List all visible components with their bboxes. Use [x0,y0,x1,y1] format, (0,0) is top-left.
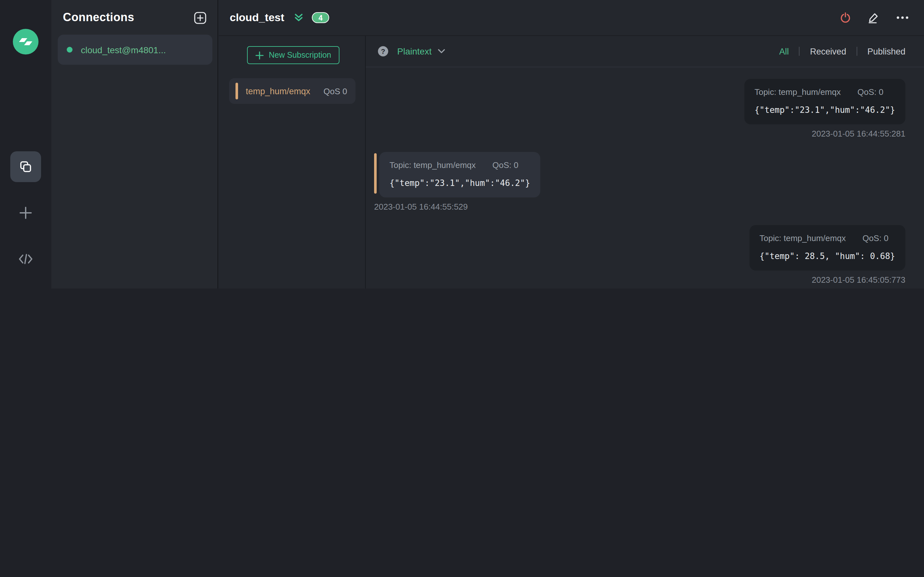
payload-format-help-icon[interactable]: ? [378,46,388,56]
filter-published[interactable]: Published [867,47,905,56]
message-qos: QoS: 0 [863,234,888,243]
mqttx-logo-icon [13,29,39,55]
message-topic: Topic: temp_hum/emqx [389,160,476,170]
new-subscription-label: New Subscription [269,51,331,60]
message-publishd: Topic: temp_hum/emqxQoS: 0 {"temp":"23.1… [374,79,905,139]
filter-divider [856,47,857,56]
code-icon [18,252,33,266]
connection-status-dot [67,47,73,53]
connection-title: cloud_test [230,11,284,24]
nav-connections[interactable] [10,151,41,182]
message-card: Topic: temp_hum/emqxQoS: 0 {"temp":"23.1… [744,79,905,124]
more-options-button[interactable] [897,16,909,19]
connections-panel: Connections cloud_test@m4801... [51,0,218,288]
filter-divider [799,47,800,56]
message-received: Topic: temp_hum/emqxQoS: 0 {"temp":"23.1… [374,152,905,211]
plus-icon [255,51,264,59]
add-connection-button[interactable] [194,11,207,24]
connection-header: cloud_test 4 [219,0,924,36]
message-topic: Topic: temp_hum/emqx [759,234,846,243]
unread-count-badge[interactable]: 4 [312,12,329,23]
message-publishd: Topic: temp_hum/emqxQoS: 0 {"temp": 28.5… [374,225,905,285]
subscription-topic: temp_hum/emqx [246,86,310,96]
messages-panel: ? Plaintext All Received Published [366,36,924,288]
messages-toolbar: ? Plaintext All Received Published [366,36,924,67]
edit-connection-button[interactable] [867,11,880,24]
subscription-qos: QoS 0 [323,86,347,96]
message-payload: {"temp":"23.1","hum":"46.2"} [754,105,895,115]
message-format-value: Plaintext [397,46,431,56]
message-color-bar [374,153,376,193]
plus-square-icon [194,11,207,24]
edit-icon [867,11,880,24]
message-card: Topic: temp_hum/emqxQoS: 0 {"temp":"23.1… [379,152,540,197]
main-area: cloud_test 4 [219,0,924,288]
filter-all[interactable]: All [779,47,789,56]
message-timestamp: 2023-01-05 16:44:55:529 [374,202,905,211]
message-filters: All Received Published [779,47,905,56]
connection-item[interactable]: cloud_test@m4801... [58,35,212,65]
plus-icon [18,205,33,221]
message-qos: QoS: 0 [858,87,884,97]
power-icon [840,12,851,23]
message-qos: QoS: 0 [493,160,519,170]
connection-name: cloud_test@m4801... [81,45,166,55]
message-payload: {"temp": 28.5, "hum": 0.68} [759,251,895,261]
collapse-chevron-icon[interactable] [293,12,304,23]
message-timestamp: 2023-01-05 16:45:05:773 [812,275,905,285]
message-format-select[interactable]: Plaintext [397,46,445,56]
new-subscription-button[interactable]: New Subscription [247,46,339,64]
nav-script[interactable] [10,243,41,274]
subscription-color-bar [236,83,238,99]
ellipsis-icon [897,16,909,19]
message-card: Topic: temp_hum/emqxQoS: 0 {"temp": 28.5… [749,225,905,271]
message-list: Topic: temp_hum/emqxQoS: 0 {"temp":"23.1… [366,67,924,288]
message-timestamp: 2023-01-05 16:44:55:281 [812,129,905,139]
nav-new-connection[interactable] [10,197,41,228]
message-payload: {"temp":"23.1","hum":"46.2"} [389,178,530,188]
subscriptions-panel: New Subscription temp_hum/emqx QoS 0 [219,36,366,288]
app-rail: ? [0,0,51,288]
message-topic: Topic: temp_hum/emqx [754,87,841,97]
mqttx-app: ? Connections cloud_test@m4801... cloud_… [0,0,924,288]
chevron-down-icon [437,49,445,54]
subscription-item[interactable]: temp_hum/emqx QoS 0 [229,78,355,104]
connections-title: Connections [63,11,134,24]
disconnect-button[interactable] [840,12,851,23]
filter-received[interactable]: Received [810,47,846,56]
